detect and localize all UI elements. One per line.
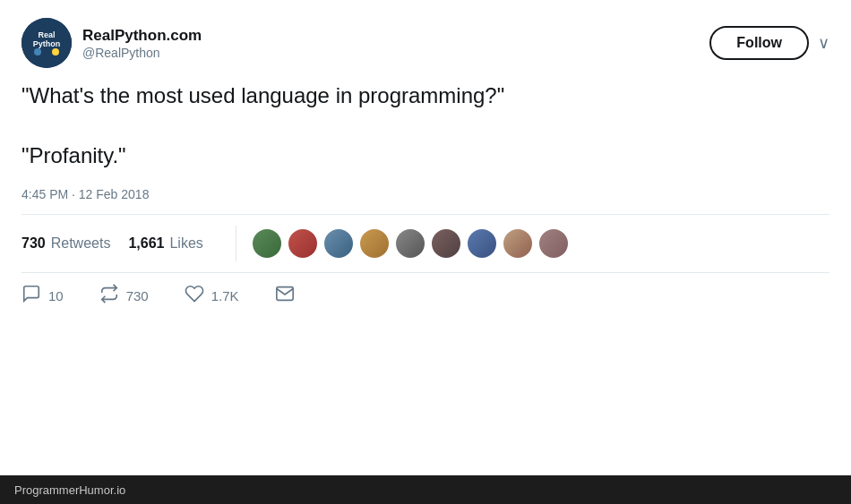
username[interactable]: @RealPython [82, 46, 202, 60]
tweet-line2: "Profanity." [21, 143, 126, 167]
svg-text:Python: Python [33, 39, 61, 48]
stats-row: 730 Retweets 1,661 Likes [21, 226, 830, 273]
svg-point-4 [52, 48, 59, 56]
reply-icon [21, 284, 41, 308]
tweet-card: Real Python RealPython.com @RealPython F… [0, 0, 851, 475]
liker-avatar-4[interactable] [358, 227, 391, 260]
likers-avatars [251, 227, 570, 260]
retweet-label: Retweets [51, 235, 111, 252]
liker-avatar-1[interactable] [251, 227, 283, 260]
liker-avatar-8[interactable] [502, 227, 534, 260]
follow-button[interactable]: Follow [709, 26, 809, 60]
liker-avatar-2[interactable] [287, 227, 319, 260]
svg-point-3 [34, 48, 41, 56]
liker-avatar-7[interactable] [466, 227, 498, 260]
liker-avatar-6[interactable] [430, 227, 462, 260]
svg-text:Real: Real [38, 30, 55, 39]
divider-1 [21, 214, 830, 215]
tweet-content: "What's the most used language in progra… [21, 81, 830, 201]
retweet-icon [99, 284, 119, 308]
mail-action[interactable] [275, 284, 295, 308]
actions-row: 10 730 1.7K [21, 273, 830, 312]
reply-action[interactable]: 10 [21, 284, 64, 308]
liker-avatar-3[interactable] [322, 227, 355, 260]
tweet-timestamp: 4:45 PM · 12 Feb 2018 [21, 187, 830, 201]
likes-stat: 1,661 Likes [128, 235, 202, 252]
chevron-down-icon[interactable]: ∨ [818, 33, 830, 53]
footer-bar: ProgrammerHumor.io [0, 475, 851, 504]
retweets-stat: 730 Retweets [21, 235, 110, 252]
tweet-text: "What's the most used language in progra… [21, 81, 830, 171]
avatar[interactable]: Real Python [21, 18, 72, 68]
heart-icon [185, 284, 204, 308]
reply-count: 10 [48, 288, 64, 303]
retweet-action-count: 730 [126, 288, 149, 303]
like-action[interactable]: 1.7K [185, 284, 239, 308]
header-left: Real Python RealPython.com @RealPython [21, 18, 202, 68]
likes-count: 1,661 [128, 235, 164, 252]
mail-icon [275, 284, 295, 308]
header-right: Follow ∨ [709, 26, 830, 60]
user-info: RealPython.com @RealPython [82, 26, 202, 60]
liker-avatar-5[interactable] [394, 227, 426, 260]
tweet-line1: "What's the most used language in progra… [21, 83, 504, 107]
liker-avatar-9[interactable] [537, 227, 570, 260]
footer-text: ProgrammerHumor.io [14, 483, 125, 497]
display-name[interactable]: RealPython.com [82, 26, 202, 46]
likes-action-count: 1.7K [211, 288, 239, 303]
likes-label: Likes [169, 235, 202, 252]
retweet-action[interactable]: 730 [99, 284, 149, 308]
tweet-header: Real Python RealPython.com @RealPython F… [21, 18, 830, 68]
stats-divider [236, 226, 236, 261]
retweet-count: 730 [21, 235, 46, 252]
